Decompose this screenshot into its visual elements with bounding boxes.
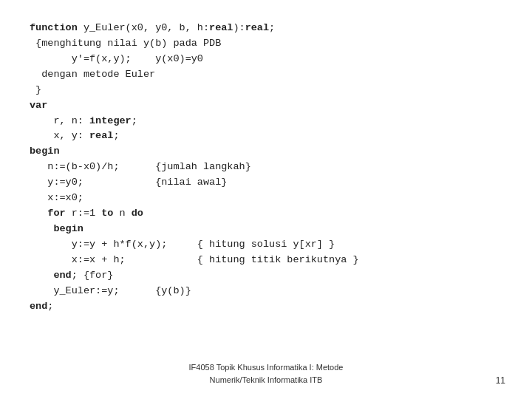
code-line-16: x:=x + h; { hitung titik berikutnya } — [30, 253, 502, 268]
page-number: 11 — [496, 375, 505, 386]
code-line-7: r, n: integer; — [30, 114, 502, 129]
code-line-18: y_Euler:=y; {y(b)} — [30, 284, 502, 299]
keyword-for: for — [47, 208, 65, 219]
footer: IF4058 Topik Khusus Informatika I: Metod… — [0, 361, 532, 386]
keyword-real-3: real — [89, 130, 113, 141]
code-line-8: x, y: real; — [30, 129, 502, 144]
keyword-begin-2: begin — [53, 223, 83, 234]
code-line-3: y'=f(x,y); y(x0)=y0 — [30, 52, 502, 67]
code-line-14: begin — [30, 222, 502, 237]
code-line-10: n:=(b-x0)/h; {jumlah langkah} — [30, 160, 502, 175]
code-line-11: y:=y0; {nilai awal} — [30, 175, 502, 191]
keyword-real-1: real — [209, 22, 233, 33]
code-line-5: } — [30, 83, 502, 98]
code-line-6: var — [30, 98, 502, 114]
footer-line2: Numerik/Teknik Informatika ITB — [210, 375, 323, 384]
keyword-to: to — [101, 208, 113, 219]
keyword-do: do — [132, 208, 143, 219]
keyword-end-1: end — [53, 270, 71, 281]
keyword-function: function — [30, 22, 78, 33]
code-line-4: dengan metode Euler — [30, 67, 502, 83]
keyword-var: var — [30, 100, 47, 111]
code-line-19: end; — [30, 299, 502, 315]
footer-line1: IF4058 Topik Khusus Informatika I: Metod… — [189, 363, 344, 372]
code-line-12: x:=x0; — [30, 191, 502, 206]
code-line-13: for r:=1 to n do — [30, 206, 502, 222]
footer-text: IF4058 Topik Khusus Informatika I: Metod… — [0, 361, 532, 386]
keyword-real-2: real — [245, 22, 269, 33]
code-block: function y_Euler(x0, y0, b, h:real):real… — [30, 21, 502, 315]
code-line-15: y:=y + h*f(x,y); { hitung solusi y[xr] } — [30, 237, 502, 253]
code-line-2: {menghitung nilai y(b) pada PDB — [30, 36, 502, 52]
code-line-17: end; {for} — [30, 268, 502, 284]
keyword-begin-1: begin — [30, 146, 60, 157]
code-line-1: function y_Euler(x0, y0, b, h:real):real… — [30, 21, 502, 36]
code-line-9: begin — [30, 144, 502, 160]
keyword-integer: integer — [89, 115, 132, 126]
keyword-end-2: end — [30, 301, 47, 312]
